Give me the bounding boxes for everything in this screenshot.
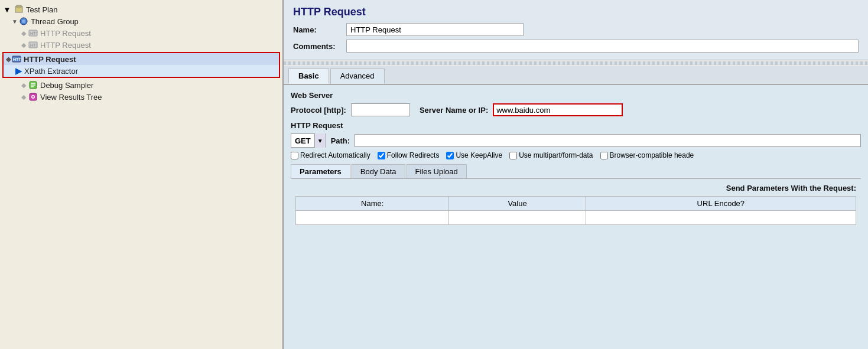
http-request-3-icon: HTTP bbox=[12, 54, 21, 64]
col-name: Name: bbox=[296, 197, 449, 211]
server-name-input[interactable] bbox=[493, 103, 623, 116]
multipart-checkbox[interactable] bbox=[509, 152, 517, 159]
comments-row: Comments: bbox=[293, 40, 859, 53]
col-value: Value bbox=[449, 197, 586, 211]
method-dropdown-button[interactable]: ▼ bbox=[314, 133, 326, 148]
tree-item-http-3[interactable]: ◆ HTTP HTTP Request bbox=[4, 53, 279, 65]
use-keepalive-checkbox[interactable] bbox=[446, 152, 454, 159]
params-table-area: Send Parameters With the Request: Name: … bbox=[291, 179, 861, 230]
tab-advanced[interactable]: Advanced bbox=[330, 69, 385, 84]
tree-item-view-results[interactable]: ◆ View Results Tree bbox=[0, 91, 282, 103]
http-request-2-icon: HTTP bbox=[28, 40, 38, 50]
follow-redirects-checkbox[interactable] bbox=[378, 152, 385, 159]
web-server-title: Web Server bbox=[291, 91, 861, 100]
connector-2: ◆ bbox=[21, 41, 26, 49]
stripe-divider bbox=[284, 61, 868, 65]
view-results-label: View Results Tree bbox=[40, 93, 102, 102]
path-label: Path: bbox=[331, 136, 350, 145]
redirect-auto-label: Redirect Automatically bbox=[300, 151, 370, 159]
svg-text:HTTP: HTTP bbox=[30, 31, 38, 35]
testplan-icon bbox=[14, 5, 24, 14]
test-plan-label: Test Plan bbox=[26, 5, 57, 14]
sub-tab-body-data[interactable]: Body Data bbox=[352, 164, 405, 178]
tree-item-xpath[interactable]: ▶ XPath Extractor bbox=[4, 65, 279, 77]
http-request-3-label: HTTP Request bbox=[24, 55, 76, 64]
svg-rect-1 bbox=[17, 5, 21, 7]
use-keepalive-label: Use KeepAlive bbox=[456, 151, 502, 159]
panel-header: HTTP Request Name: Comments: bbox=[284, 0, 868, 60]
content-area: Web Server Protocol [http]: Server Name … bbox=[284, 85, 868, 349]
tree-item-thread-group[interactable]: ▼ Thread Group bbox=[0, 15, 282, 27]
thread-group-label: Thread Group bbox=[31, 17, 79, 26]
main-tabs-bar: Basic Advanced bbox=[284, 66, 868, 85]
checkbox-redirect-auto: Redirect Automatically bbox=[291, 151, 370, 159]
comments-label: Comments: bbox=[293, 42, 346, 51]
redirect-auto-checkbox[interactable] bbox=[291, 152, 298, 159]
comments-input[interactable] bbox=[346, 40, 859, 53]
http-request-1-icon: HTTP bbox=[28, 28, 38, 38]
results-tree-icon bbox=[28, 92, 38, 102]
tree-item-http-1[interactable]: ◆ HTTP HTTP Request bbox=[0, 27, 282, 39]
tab-basic[interactable]: Basic bbox=[288, 69, 329, 84]
thread-group-icon bbox=[19, 17, 28, 26]
checkbox-follow-redirects: Follow Redirects bbox=[378, 151, 440, 159]
param-name-cell[interactable] bbox=[296, 211, 449, 225]
panel-title: HTTP Request bbox=[293, 6, 859, 18]
xpath-extractor-label: XPath Extractor bbox=[24, 67, 78, 76]
name-input[interactable] bbox=[346, 23, 524, 36]
http-request-section-title: HTTP Request bbox=[291, 121, 861, 130]
checkbox-keepalive: Use KeepAlive bbox=[446, 151, 502, 159]
param-encode-cell[interactable] bbox=[586, 211, 856, 225]
sub-tab-parameters[interactable]: Parameters bbox=[291, 164, 350, 178]
protocol-input[interactable] bbox=[351, 103, 410, 116]
expand-icon-thread: ▼ bbox=[12, 18, 18, 25]
params-table: Name: Value URL Encode? bbox=[295, 196, 856, 225]
name-label: Name: bbox=[293, 25, 346, 34]
svg-point-3 bbox=[22, 19, 25, 23]
arrow-icon: ▶ bbox=[15, 66, 22, 76]
connector-1: ◆ bbox=[21, 30, 26, 37]
svg-text:HTTP: HTTP bbox=[30, 43, 38, 47]
http-request-2-label: HTTP Request bbox=[40, 41, 91, 50]
param-value-cell[interactable] bbox=[449, 211, 586, 225]
connector-5: ◆ bbox=[21, 93, 26, 101]
checkbox-multipart: Use multipart/form-data bbox=[509, 151, 593, 159]
browser-compat-checkbox[interactable] bbox=[600, 152, 608, 159]
path-input[interactable] bbox=[355, 134, 861, 147]
tree-item-debug[interactable]: ◆ Debug Sampler bbox=[0, 79, 282, 91]
method-path-row: GET ▼ Path: bbox=[291, 133, 861, 148]
expand-icon: ▼ bbox=[2, 5, 12, 14]
sub-tabs-bar: Parameters Body Data Files Upload bbox=[291, 164, 861, 179]
checkbox-browser-compat: Browser-compatible heade bbox=[600, 151, 694, 159]
connector-3: ◆ bbox=[6, 56, 11, 63]
browser-compat-label: Browser-compatible heade bbox=[610, 151, 694, 159]
web-server-row: Protocol [http]: Server Name or IP: bbox=[291, 103, 861, 116]
server-name-label: Server Name or IP: bbox=[420, 106, 488, 115]
sub-tab-files-upload[interactable]: Files Upload bbox=[407, 164, 467, 178]
http-request-1-label: HTTP Request bbox=[40, 29, 91, 38]
protocol-label: Protocol [http]: bbox=[291, 106, 346, 115]
send-params-title: Send Parameters With the Request: bbox=[295, 184, 856, 193]
web-server-section: Web Server Protocol [http]: Server Name … bbox=[291, 91, 861, 116]
highlighted-section: ◆ HTTP HTTP Request ▶ XPath Extractor bbox=[2, 52, 280, 78]
svg-point-16 bbox=[32, 96, 34, 98]
svg-text:HTTP: HTTP bbox=[13, 57, 21, 61]
checkboxes-row: Redirect Automatically Follow Redirects … bbox=[291, 151, 861, 159]
method-label: GET bbox=[291, 135, 314, 146]
right-panel: HTTP Request Name: Comments: Basic Advan… bbox=[284, 0, 868, 349]
method-select-container: GET ▼ bbox=[291, 133, 326, 148]
debug-sampler-icon bbox=[28, 80, 38, 90]
http-request-section: HTTP Request GET ▼ Path: Redirect Automa… bbox=[291, 121, 861, 159]
table-row bbox=[296, 211, 856, 225]
multipart-label: Use multipart/form-data bbox=[519, 151, 593, 159]
left-panel: ▼ Test Plan ▼ Thread Group ◆ HTTP HTTP R… bbox=[0, 0, 284, 349]
name-row: Name: bbox=[293, 23, 859, 36]
col-encode: URL Encode? bbox=[586, 197, 856, 211]
connector-4: ◆ bbox=[21, 81, 26, 89]
debug-sampler-label: Debug Sampler bbox=[40, 81, 93, 90]
tree-item-http-2[interactable]: ◆ HTTP HTTP Request bbox=[0, 39, 282, 51]
follow-redirects-label: Follow Redirects bbox=[387, 151, 440, 159]
tree-item-test-plan[interactable]: ▼ Test Plan bbox=[0, 4, 282, 15]
